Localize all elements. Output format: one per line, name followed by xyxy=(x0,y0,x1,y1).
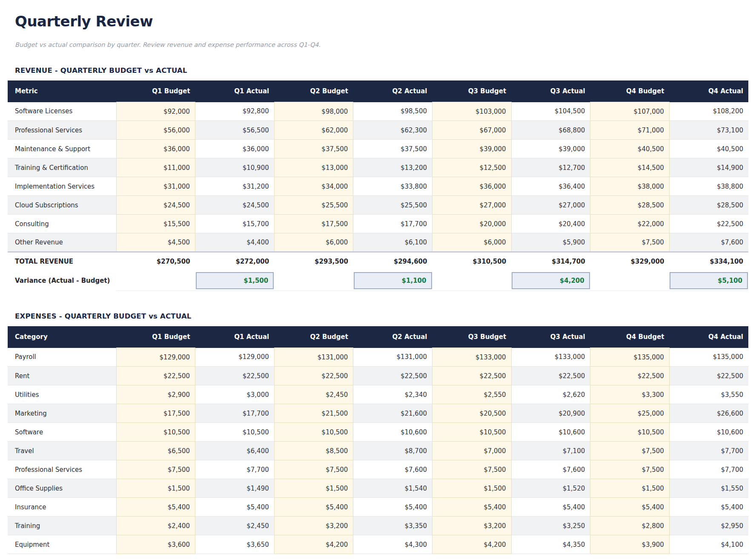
budget-value-cell[interactable]: $3,200 xyxy=(274,517,353,535)
actual-value-cell: $2,620 xyxy=(511,385,590,404)
budget-value-cell[interactable]: $40,500 xyxy=(590,140,670,158)
budget-value-cell[interactable]: $103,000 xyxy=(432,102,512,121)
budget-value-cell[interactable]: $20,000 xyxy=(432,215,512,233)
table-row: Cloud Subscriptions$24,500$24,500$25,500… xyxy=(8,196,748,215)
budget-value-cell[interactable]: $107,000 xyxy=(590,102,670,121)
budget-value-cell[interactable]: $7,500 xyxy=(590,460,670,479)
budget-value-cell[interactable]: $2,900 xyxy=(116,385,195,404)
budget-value-cell[interactable]: $135,000 xyxy=(590,348,670,367)
budget-value-cell[interactable]: $25,000 xyxy=(590,404,670,423)
budget-value-cell[interactable]: $129,000 xyxy=(116,348,195,367)
budget-value-cell[interactable]: $3,300 xyxy=(590,385,670,404)
budget-value-cell[interactable]: $22,500 xyxy=(274,367,353,385)
budget-value-cell[interactable]: $22,500 xyxy=(590,367,670,385)
budget-value-cell[interactable]: $1,500 xyxy=(432,479,512,498)
actual-value-cell: $131,000 xyxy=(353,348,432,367)
column-header: Metric xyxy=(8,80,116,102)
budget-value-cell[interactable]: $6,000 xyxy=(432,233,512,252)
actual-value-cell: $14,900 xyxy=(669,158,748,177)
budget-value-cell[interactable]: $7,500 xyxy=(116,460,195,479)
budget-value-cell[interactable]: $2,400 xyxy=(116,517,195,535)
budget-value-cell[interactable]: $2,800 xyxy=(590,517,670,535)
table-row: Training & Certification$11,000$10,900$1… xyxy=(8,158,748,177)
budget-value-cell[interactable]: $15,500 xyxy=(116,215,195,233)
budget-value-cell[interactable]: $7,500 xyxy=(590,233,670,252)
budget-value-cell[interactable]: $5,400 xyxy=(116,498,195,517)
budget-value-cell[interactable]: $56,000 xyxy=(116,121,195,140)
budget-value-cell[interactable]: $4,200 xyxy=(274,535,353,554)
budget-value-cell[interactable]: $131,000 xyxy=(274,348,353,367)
budget-value-cell[interactable]: $6,000 xyxy=(274,233,353,252)
budget-value-cell[interactable]: $12,500 xyxy=(432,158,512,177)
budget-value-cell[interactable]: $36,000 xyxy=(116,140,195,158)
budget-value-cell[interactable]: $71,000 xyxy=(590,121,670,140)
budget-value-cell[interactable]: $7,500 xyxy=(432,460,512,479)
budget-value-cell[interactable]: $36,000 xyxy=(432,177,512,196)
budget-value-cell[interactable]: $22,000 xyxy=(590,215,670,233)
budget-value-cell[interactable]: $39,000 xyxy=(432,140,512,158)
budget-value-cell[interactable]: $5,400 xyxy=(590,498,670,517)
variance-empty-cell xyxy=(274,271,353,291)
budget-value-cell[interactable]: $21,500 xyxy=(274,404,353,423)
budget-value-cell[interactable]: $10,500 xyxy=(432,423,512,442)
budget-value-cell[interactable]: $24,500 xyxy=(116,196,195,215)
budget-value-cell[interactable]: $4,200 xyxy=(432,535,512,554)
budget-value-cell[interactable]: $1,500 xyxy=(590,479,670,498)
actual-value-cell: $27,000 xyxy=(511,196,590,215)
budget-value-cell[interactable]: $4,500 xyxy=(116,233,195,252)
budget-value-cell[interactable]: $22,500 xyxy=(116,367,195,385)
budget-value-cell[interactable]: $17,500 xyxy=(116,404,195,423)
budget-value-cell[interactable]: $10,500 xyxy=(590,423,670,442)
actual-value-cell: $2,450 xyxy=(195,517,275,535)
budget-value-cell[interactable]: $27,000 xyxy=(432,196,512,215)
budget-value-cell[interactable]: $22,500 xyxy=(432,367,512,385)
budget-value-cell[interactable]: $8,500 xyxy=(274,442,353,460)
actual-value-cell: $4,400 xyxy=(195,233,275,252)
table-row: Professional Services$7,500$7,700$7,500$… xyxy=(8,460,748,479)
budget-value-cell[interactable]: $11,000 xyxy=(116,158,195,177)
variance-value-cell: $5,100 xyxy=(669,271,748,291)
budget-value-cell[interactable]: $67,000 xyxy=(432,121,512,140)
budget-value-cell[interactable]: $3,200 xyxy=(432,517,512,535)
budget-value-cell[interactable]: $1,500 xyxy=(274,479,353,498)
budget-value-cell[interactable]: $25,500 xyxy=(274,196,353,215)
budget-value-cell[interactable]: $2,550 xyxy=(432,385,512,404)
column-header: Q2 Actual xyxy=(353,326,432,348)
budget-value-cell[interactable]: $17,500 xyxy=(274,215,353,233)
budget-value-cell[interactable]: $5,400 xyxy=(274,498,353,517)
budget-value-cell[interactable]: $1,500 xyxy=(116,479,195,498)
revenue-table: MetricQ1 BudgetQ1 ActualQ2 BudgetQ2 Actu… xyxy=(8,80,748,291)
table-row: Office Supplies$1,500$1,490$1,500$1,540$… xyxy=(8,479,748,498)
budget-value-cell[interactable]: $2,450 xyxy=(274,385,353,404)
actual-value-cell: $1,540 xyxy=(353,479,432,498)
budget-value-cell[interactable]: $10,500 xyxy=(116,423,195,442)
budget-value-cell[interactable]: $10,500 xyxy=(274,423,353,442)
budget-value-cell[interactable]: $3,600 xyxy=(116,535,195,554)
actual-value-cell: $36,400 xyxy=(511,177,590,196)
actual-value-cell: $7,700 xyxy=(195,460,275,479)
budget-value-cell[interactable]: $7,500 xyxy=(590,442,670,460)
expenses-table: CategoryQ1 BudgetQ1 ActualQ2 BudgetQ2 Ac… xyxy=(8,326,748,554)
budget-value-cell[interactable]: $20,500 xyxy=(432,404,512,423)
total-row-label: TOTAL REVENUE xyxy=(8,252,116,271)
budget-value-cell[interactable]: $133,000 xyxy=(432,348,512,367)
budget-value-cell[interactable]: $14,500 xyxy=(590,158,670,177)
budget-value-cell[interactable]: $28,500 xyxy=(590,196,670,215)
budget-value-cell[interactable]: $7,500 xyxy=(274,460,353,479)
actual-value-cell: $17,700 xyxy=(195,404,275,423)
budget-value-cell[interactable]: $13,000 xyxy=(274,158,353,177)
budget-value-cell[interactable]: $31,000 xyxy=(116,177,195,196)
budget-value-cell[interactable]: $7,000 xyxy=(432,442,512,460)
budget-value-cell[interactable]: $5,400 xyxy=(432,498,512,517)
budget-value-cell[interactable]: $37,500 xyxy=(274,140,353,158)
budget-value-cell[interactable]: $62,000 xyxy=(274,121,353,140)
total-value-cell: $314,700 xyxy=(511,252,590,271)
table-row: Implementation Services$31,000$31,200$34… xyxy=(8,177,748,196)
budget-value-cell[interactable]: $34,000 xyxy=(274,177,353,196)
budget-value-cell[interactable]: $92,000 xyxy=(116,102,195,121)
budget-value-cell[interactable]: $3,900 xyxy=(590,535,670,554)
actual-value-cell: $135,000 xyxy=(669,348,748,367)
budget-value-cell[interactable]: $38,000 xyxy=(590,177,670,196)
budget-value-cell[interactable]: $98,000 xyxy=(274,102,353,121)
budget-value-cell[interactable]: $6,500 xyxy=(116,442,195,460)
